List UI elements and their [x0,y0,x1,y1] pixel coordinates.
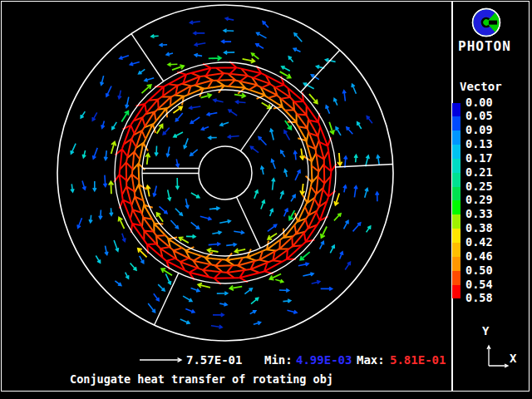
outer-spoke [131,34,164,81]
legend-value: 0.05 [466,110,493,122]
max-label: Max: [357,354,385,367]
legend-value: 0.38 [466,222,493,234]
reference-vector-value: 7.57E-01 [186,354,242,367]
legend-swatch [452,285,461,299]
legend-swatch [452,200,461,214]
legend-swatch [452,131,461,145]
legend-title: Vector [460,81,502,93]
legend-value: 0.33 [466,208,493,220]
legend-swatch [452,187,461,201]
max-value: 5.81E-01 [390,354,446,367]
legend-value: 0.50 [466,264,493,277]
min-label: Min: [264,354,293,367]
inner-spoke [240,105,273,151]
grid-lines [57,5,393,341]
legend-swatch [452,257,461,271]
photon-logo-icon [473,9,500,37]
legend-swatch [452,173,461,187]
legend-swatch [452,229,461,243]
legend-swatch [452,159,461,173]
legend-swatch [452,116,461,131]
legend-value: 0.29 [466,194,493,206]
legend-value: 0.13 [466,138,493,150]
reference-arrow [140,358,181,362]
x-axis-label: X [510,352,516,365]
outer-spoke [301,50,340,91]
y-axis-label: Y [482,325,489,337]
plot-caption: Conjugate heat transfer of rotating obj [70,373,333,386]
min-value: 4.99E-03 [296,354,352,367]
legend-value: 0.58 [466,292,493,304]
legend-value: 0.25 [466,180,493,193]
legend-value: 0.00 [466,96,493,109]
legend-value: 0.09 [466,124,493,136]
legend-swatch [452,271,461,285]
legend-swatch [452,145,461,159]
photon-label: PHOTON [458,39,511,54]
photon-window: PHOTON Vector 7.57E-01 Min: 4.99E-03 Max… [0,0,532,399]
axis-indicator [487,346,508,367]
legend-value: 0.17 [466,152,493,165]
legend-value: 0.21 [466,166,493,179]
hub-circle [199,146,252,200]
legend-swatch [452,103,461,117]
legend-swatch [452,243,461,257]
legend-value: 0.42 [466,236,493,249]
outer-spoke [336,164,393,167]
legend-value: 0.46 [466,250,493,263]
legend-value: 0.54 [466,278,493,291]
legend-swatch [452,214,461,229]
inner-spoke [237,197,261,249]
